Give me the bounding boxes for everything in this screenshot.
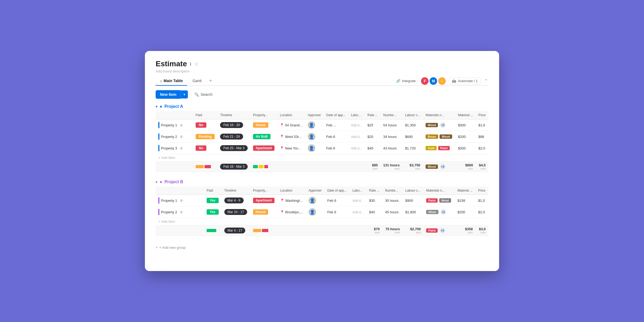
col-price-b: Price: [475, 186, 488, 195]
new-item-button-group: New Item ▾: [156, 90, 188, 99]
row-a1-labourcost: $1,350: [402, 119, 423, 131]
row-a2-property: Air BnB: [250, 131, 277, 142]
add-new-group-button[interactable]: + + Add new group: [156, 243, 488, 252]
row-border: [158, 145, 159, 151]
location-pin-b2: 📍: [280, 210, 284, 214]
info-button[interactable]: ℹ: [189, 61, 192, 67]
row-b1-price: $1,0: [475, 195, 488, 206]
sum-val-number-b: 75 hours: [385, 227, 400, 231]
row-a3-add-button[interactable]: ⊕: [179, 145, 184, 151]
mat-tag-metal-b1: Metal: [439, 198, 451, 203]
new-item-dropdown-button[interactable]: ▾: [181, 90, 188, 98]
add-item-row-b[interactable]: + Add Item: [156, 218, 488, 225]
row-a2-labour: Add d...: [348, 131, 365, 142]
tab-add-button[interactable]: +: [207, 77, 214, 85]
integrate-button[interactable]: 🔗 Integrate: [394, 78, 418, 84]
tab-main-table-label: Main Table: [164, 79, 183, 83]
location-pin-a3: 📍: [280, 146, 284, 150]
add-item-cell-a[interactable]: + Add Item: [156, 154, 488, 162]
col-item-b: [156, 186, 204, 195]
property-badge-a2: Air BnB: [253, 134, 270, 139]
col-timeline-a: Timeline: [217, 111, 250, 119]
group-b-name: Project B: [164, 180, 183, 184]
group-a-name: Project A: [164, 104, 183, 109]
row-b2-timeline: Mar 10 - 17: [222, 206, 250, 218]
row-b2-property: House: [250, 206, 278, 218]
add-group-label: + Add new group: [159, 246, 186, 250]
summary-a-paid: [193, 162, 217, 172]
tl-bar-red-b: [262, 229, 268, 232]
row-b1-property: Apartment: [250, 195, 278, 206]
row-a2-add-button[interactable]: ⊕: [179, 134, 184, 139]
mat-tag-silver-b2: Silver: [426, 210, 438, 214]
row-a2-paid: Pending: [193, 131, 217, 142]
col-timeline-b: Timeline: [222, 186, 250, 195]
sum-val-labourcost-b: $2,700: [405, 227, 421, 231]
col-property-a: Property...: [250, 111, 277, 119]
sum-mat-paint-b: Paint: [426, 228, 438, 233]
col-date-a: Date of app...: [324, 111, 348, 119]
property-badge-a1: House: [253, 122, 268, 128]
row-a1-number: 54 hours: [380, 119, 402, 131]
mat-extra-a1: +3: [440, 122, 445, 128]
app-window: Estimate ℹ ☆ Add board description ⌂ Mai…: [145, 51, 499, 271]
collapse-button[interactable]: ⌃: [484, 78, 488, 84]
sum-val-price-b: $3,0: [478, 227, 486, 231]
row-b1-labourcost: $900: [402, 195, 423, 206]
group-a-icon: ●: [160, 104, 162, 109]
row-b1-add-button[interactable]: ⊕: [179, 198, 184, 203]
row-a2-name-cell: Property 2 ⊕: [156, 131, 193, 142]
sum-mat-extra-a: +5: [440, 164, 445, 169]
group-b-header-row: Paid Timeline Property... Location Appro…: [156, 186, 488, 195]
new-item-main-button[interactable]: New Item: [156, 90, 181, 99]
row-border: [158, 133, 159, 140]
row-b1-location: 📍 Washingt...: [277, 195, 306, 206]
table-row: Property 2 ⊕ Pending Feb 21 - 24 Air BnB…: [156, 131, 488, 142]
row-a3-matcost: $300: [455, 142, 476, 154]
row-b2-matcost: $200: [455, 206, 475, 218]
search-button[interactable]: 🔍 Search: [191, 91, 215, 98]
home-icon: ⌂: [160, 79, 162, 83]
row-b2-add-button[interactable]: ⊕: [179, 209, 184, 215]
automate-button[interactable]: 🤖 Automate / 1: [449, 78, 481, 84]
group-a-section: ▾ ● Project A Paid Timeline Property... …: [156, 104, 488, 172]
col-location-b: Location: [277, 186, 306, 195]
sum-val-labourcost-a: $3,750: [405, 163, 420, 167]
approver-avatar-b1: 👤: [309, 197, 316, 204]
toolbar: New Item ▾ 🔍 Search: [156, 90, 488, 99]
row-b1-rate: $30: [366, 195, 382, 206]
timeline-b2: Mar 10 - 17: [224, 209, 247, 215]
timeline-a1: Feb 16 - 20: [220, 122, 243, 128]
group-b-collapse-button[interactable]: ▾: [156, 180, 158, 184]
row-a1-add-button[interactable]: ⊕: [179, 122, 184, 128]
sum-val-rate-b: $70: [369, 227, 380, 231]
sum-val-rate-a: $85: [367, 163, 378, 167]
summary-b-paid: [204, 225, 222, 236]
add-item-row-a[interactable]: + Add Item: [156, 154, 488, 162]
location-pin-a2: 📍: [280, 135, 284, 138]
tab-gantt-label: Gantt: [192, 79, 202, 83]
row-b2-name-cell: Property 2 ⊕: [156, 206, 204, 218]
group-a-collapse-button[interactable]: ▾: [156, 104, 158, 109]
add-item-cell-b[interactable]: + Add Item: [156, 218, 488, 225]
tab-main-table[interactable]: ⌂ Main Table: [156, 76, 187, 86]
row-b1-mats: Paint Metal: [423, 195, 455, 206]
summary-b-rate: $70 sum: [366, 225, 382, 236]
row-a3-number: 43 hours: [380, 142, 402, 154]
property-badge-b1: Apartment: [253, 198, 275, 203]
mat-tag-brass-a2: Brass: [426, 134, 438, 139]
board-header: Estimate ℹ ☆: [156, 60, 488, 68]
tl-bar-yellow-a: [259, 165, 264, 168]
row-a2-matcost: $200: [455, 131, 476, 142]
row-a3-timeline: Feb 25 - Mar 3: [217, 142, 250, 154]
row-a1-timeline: Feb 16 - 20: [217, 119, 250, 131]
table-row: Property 1 ⊕ No Feb 16 - 20 House 📍 54 G…: [156, 119, 488, 131]
star-button[interactable]: ☆: [194, 61, 199, 67]
col-matcost-b: Material ...: [455, 186, 475, 195]
row-b1-name-cell: Property 1 ⊕: [156, 195, 204, 206]
row-a1-mats: Wood +3: [423, 119, 455, 131]
row-b2-location: 📍 Brooklyn,...: [277, 206, 306, 218]
row-a3-labourcost: $1,720: [402, 142, 423, 154]
summary-a-matcost: $800 sum: [455, 162, 476, 172]
tab-gantt[interactable]: Gantt: [188, 76, 206, 86]
